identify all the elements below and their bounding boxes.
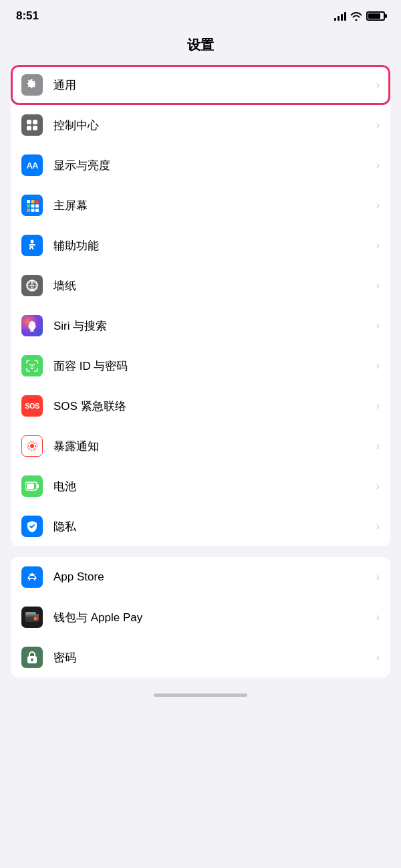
accessibility-label: 辅助功能	[53, 238, 371, 253]
sidebar-item-sos[interactable]: SOS SOS 紧急联络 ›	[11, 386, 390, 426]
sidebar-item-accessibility[interactable]: 辅助功能 ›	[11, 225, 390, 265]
status-icons	[334, 11, 385, 21]
svg-rect-1	[33, 120, 37, 124]
sidebar-item-wallpaper[interactable]: 墙纸 ›	[11, 265, 390, 306]
svg-rect-23	[37, 484, 39, 488]
svg-rect-12	[35, 209, 39, 212]
wallpaper-icon	[21, 275, 43, 296]
svg-rect-11	[31, 209, 35, 212]
privacy-icon	[21, 516, 43, 537]
svg-point-13	[31, 240, 34, 243]
password-icon	[21, 647, 43, 668]
status-bar: 8:51	[0, 0, 401, 29]
privacy-label: 隐私	[53, 519, 371, 534]
svg-rect-7	[27, 205, 30, 208]
svg-rect-5	[31, 200, 35, 203]
wallpaper-label: 墙纸	[53, 278, 371, 294]
svg-rect-32	[31, 660, 33, 662]
control-center-label: 控制中心	[53, 118, 371, 133]
svg-rect-4	[27, 200, 30, 203]
sidebar-item-battery[interactable]: 电池 ›	[11, 466, 390, 506]
battery-icon	[366, 11, 385, 21]
sos-icon: SOS	[21, 395, 43, 417]
svg-rect-9	[35, 205, 39, 208]
sidebar-item-appstore[interactable]: App Store ›	[11, 557, 390, 597]
faceid-label: 面容 ID 与密码	[53, 358, 371, 374]
sidebar-item-general[interactable]: 通用 ›	[11, 65, 390, 105]
sos-label: SOS 紧急联络	[53, 399, 371, 414]
sidebar-item-siri[interactable]: Siri 与搜索 ›	[11, 306, 390, 346]
wifi-icon	[350, 11, 362, 21]
siri-icon	[21, 315, 43, 336]
sidebar-item-home-screen[interactable]: 主屏幕 ›	[11, 185, 390, 225]
wallet-label: 钱包与 Apple Pay	[53, 610, 371, 625]
control-center-icon	[21, 114, 43, 136]
sidebar-item-faceid[interactable]: 面容 ID 与密码 ›	[11, 346, 390, 386]
svg-rect-6	[35, 200, 39, 203]
general-chevron: ›	[376, 79, 380, 91]
sidebar-item-wallet[interactable]: 钱包与 Apple Pay ›	[11, 597, 390, 637]
page-title: 设置	[0, 29, 401, 65]
signal-icon	[334, 11, 346, 21]
svg-rect-8	[31, 205, 35, 208]
status-time: 8:51	[16, 9, 39, 23]
wallet-icon	[21, 607, 43, 628]
exposure-label: 暴露通知	[53, 439, 371, 454]
general-label: 通用	[53, 78, 371, 93]
sidebar-item-exposure[interactable]: 暴露通知 ›	[11, 426, 390, 466]
home-screen-icon	[21, 195, 43, 216]
svg-rect-27	[25, 612, 36, 615]
exposure-icon	[21, 435, 43, 457]
appstore-icon	[21, 566, 43, 588]
battery-settings-icon	[21, 475, 43, 497]
home-screen-label: 主屏幕	[53, 198, 371, 213]
settings-group-2: App Store › 钱包与 Apple Pay › 密码	[11, 557, 390, 677]
password-label: 密码	[53, 650, 371, 665]
sidebar-item-password[interactable]: 密码 ›	[11, 637, 390, 677]
siri-label: Siri 与搜索	[53, 318, 371, 334]
accessibility-icon	[21, 235, 43, 256]
home-indicator	[0, 688, 401, 702]
home-bar	[154, 693, 247, 697]
gear-icon	[21, 74, 43, 96]
svg-point-19	[30, 444, 34, 448]
svg-point-29	[35, 617, 39, 621]
svg-rect-0	[27, 120, 31, 124]
svg-rect-10	[27, 209, 30, 212]
appstore-label: App Store	[53, 570, 371, 584]
svg-rect-2	[27, 126, 31, 130]
display-icon: AA	[21, 154, 43, 176]
svg-rect-3	[33, 126, 37, 130]
sidebar-item-display[interactable]: AA 显示与亮度 ›	[11, 145, 390, 185]
battery-label: 电池	[53, 479, 371, 494]
sidebar-item-privacy[interactable]: 隐私 ›	[11, 506, 390, 546]
faceid-icon	[21, 355, 43, 376]
display-label: 显示与亮度	[53, 158, 371, 173]
svg-rect-24	[27, 483, 34, 489]
settings-group-1: 通用 › 控制中心 › AA 显示与亮度 ›	[11, 65, 390, 546]
sidebar-item-control-center[interactable]: 控制中心 ›	[11, 105, 390, 145]
